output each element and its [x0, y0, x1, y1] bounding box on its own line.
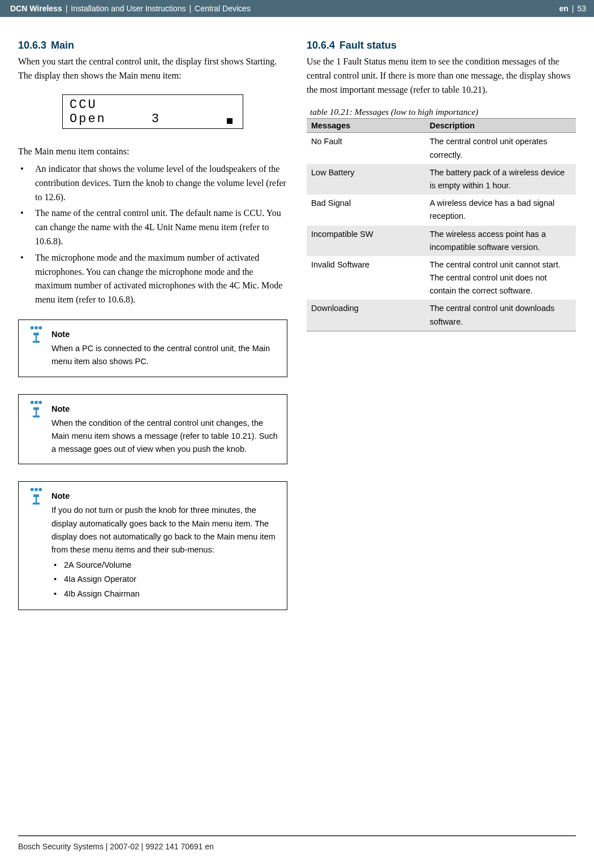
- svg-point-3: [35, 400, 38, 404]
- list-item: The microphone mode and the maximum numb…: [18, 251, 287, 307]
- desc-cell: A wireless device has a bad signal recep…: [425, 195, 576, 225]
- lcd-mode: Open: [70, 112, 106, 126]
- section-title: Fault status: [339, 40, 397, 51]
- list-item: 2A Source/Volume: [51, 559, 279, 572]
- messages-table: Messages Description No Fault The centra…: [307, 118, 576, 331]
- note-text: When the condition of the central contro…: [51, 417, 279, 456]
- svg-point-0: [35, 326, 38, 330]
- intro-text: Use the 1 Fault Status menu item to see …: [307, 55, 576, 97]
- col-header: Messages: [307, 119, 425, 133]
- cursor-icon: [227, 118, 233, 124]
- page-footer: Bosch Security Systems | 2007-02 | 9922 …: [18, 835, 576, 851]
- note-title: Note: [51, 403, 279, 416]
- info-icon: [27, 326, 46, 345]
- list-item: 4Ib Assign Chairman: [51, 588, 279, 601]
- desc-cell: The central control unit cannot start. T…: [425, 256, 576, 300]
- desc-cell: The battery pack of a wireless device is…: [425, 164, 576, 195]
- svg-point-4: [31, 400, 34, 404]
- svg-point-5: [38, 400, 42, 404]
- note-text: When a PC is connected to the central co…: [51, 342, 279, 368]
- svg-point-6: [35, 488, 38, 491]
- desc-cell: The central control unit downloads softw…: [425, 300, 576, 331]
- info-icon: [27, 487, 46, 507]
- note-box: Note When a PC is connected to the centr…: [18, 319, 287, 377]
- table-row: Invalid Software The central control uni…: [307, 256, 576, 300]
- doc-type: Installation and User Instructions: [71, 4, 186, 13]
- footer-text: Bosch Security Systems | 2007-02 | 9922 …: [18, 842, 214, 851]
- list-intro: The Main menu item contains:: [18, 145, 287, 159]
- table-row: No Fault The central control unit operat…: [307, 133, 576, 164]
- lcd-count: 3: [152, 112, 160, 126]
- lcd-line1: CCU: [70, 98, 236, 112]
- table-row: Downloading The central control unit dow…: [307, 300, 576, 331]
- note-body: Note When the condition of the central c…: [51, 403, 279, 456]
- main-list: An indicator that shows the volume level…: [18, 162, 287, 307]
- lcd-display: CCU Open 3: [62, 94, 243, 129]
- section-heading-fault: 10.6.4Fault status: [307, 40, 576, 51]
- svg-point-1: [31, 326, 34, 330]
- page-header: DCN Wireless | Installation and User Ins…: [0, 0, 594, 17]
- svg-point-7: [31, 488, 34, 491]
- note-title: Note: [51, 490, 279, 503]
- note-sublist: 2A Source/Volume 4Ia Assign Operator 4Ib…: [51, 559, 279, 601]
- desc-cell: The central control unit operates correc…: [425, 133, 576, 164]
- list-item: An indicator that shows the volume level…: [18, 162, 287, 204]
- section-title: Main: [51, 40, 74, 51]
- col-header: Description: [425, 119, 576, 133]
- note-body: Note When a PC is connected to the centr…: [51, 328, 279, 369]
- list-item: The name of the central control unit. Th…: [18, 206, 287, 248]
- left-column: 10.6.3Main When you start the central co…: [18, 40, 287, 627]
- intro-text: When you start the central control unit,…: [18, 55, 287, 83]
- note-text: If you do not turn or push the knob for …: [51, 504, 279, 556]
- desc-cell: The wireless access point has a incompat…: [425, 226, 576, 256]
- header-right: en | 53: [559, 4, 586, 13]
- right-column: 10.6.4Fault status Use the 1 Fault Statu…: [307, 40, 576, 627]
- note-body: Note If you do not turn or push the knob…: [51, 490, 279, 602]
- note-box: Note When the condition of the central c…: [18, 394, 287, 465]
- table-header-row: Messages Description: [307, 119, 576, 133]
- sep: |: [572, 4, 574, 13]
- table-row: Low Battery The battery pack of a wirele…: [307, 164, 576, 195]
- section-number: 10.6.4: [307, 40, 335, 51]
- table-caption: table 10.21: Messages (low to high impor…: [310, 107, 576, 117]
- msg-cell: Downloading: [307, 300, 425, 331]
- lang-code: en: [559, 4, 568, 13]
- section-number: 10.6.3: [18, 40, 46, 51]
- msg-cell: No Fault: [307, 133, 425, 164]
- table-row: Incompatible SW The wireless access poin…: [307, 226, 576, 256]
- page-number: 53: [577, 4, 586, 13]
- list-item: 4Ia Assign Operator: [51, 573, 279, 586]
- section-name: Central Devices: [195, 4, 251, 13]
- table-row: Bad Signal A wireless device has a bad s…: [307, 195, 576, 225]
- lcd-line2: Open 3: [70, 112, 236, 126]
- svg-point-8: [38, 488, 42, 491]
- sep: |: [189, 4, 191, 13]
- msg-cell: Invalid Software: [307, 256, 425, 300]
- svg-point-2: [38, 326, 42, 330]
- content-area: 10.6.3Main When you start the central co…: [0, 17, 594, 627]
- msg-cell: Low Battery: [307, 164, 425, 195]
- section-heading-main: 10.6.3Main: [18, 40, 287, 51]
- product-name: DCN Wireless: [10, 4, 62, 13]
- info-icon: [27, 400, 46, 420]
- note-box: Note If you do not turn or push the knob…: [18, 481, 287, 610]
- sep: |: [66, 4, 68, 13]
- note-title: Note: [51, 328, 279, 341]
- header-left: DCN Wireless | Installation and User Ins…: [10, 4, 251, 13]
- msg-cell: Bad Signal: [307, 195, 425, 225]
- msg-cell: Incompatible SW: [307, 226, 425, 256]
